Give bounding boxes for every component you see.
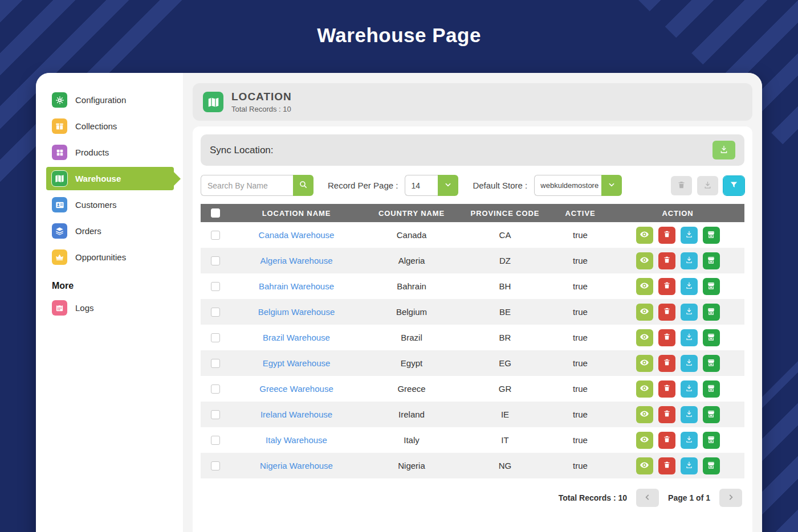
view-button[interactable] bbox=[636, 355, 653, 372]
store-button[interactable] bbox=[703, 227, 720, 244]
province-code-cell: IE bbox=[461, 410, 549, 419]
next-page-button[interactable] bbox=[719, 489, 742, 507]
sidebar-item-collections[interactable]: Collections bbox=[46, 114, 174, 138]
view-button[interactable] bbox=[636, 252, 653, 269]
sidebar-item-configuration[interactable]: Configuration bbox=[46, 88, 174, 112]
download-button[interactable] bbox=[681, 380, 698, 398]
view-button[interactable] bbox=[636, 304, 653, 321]
chevron-right-icon bbox=[727, 493, 735, 503]
delete-button[interactable] bbox=[658, 406, 675, 423]
select-all-checkbox[interactable] bbox=[211, 208, 220, 218]
delete-button[interactable] bbox=[658, 432, 675, 449]
location-name-link[interactable]: Nigeria Warehouse bbox=[260, 461, 333, 470]
view-button[interactable] bbox=[636, 278, 653, 295]
row-checkbox[interactable] bbox=[211, 410, 220, 419]
record-per-page-value[interactable]: 14 bbox=[405, 175, 438, 196]
download-icon bbox=[685, 384, 693, 394]
search-button[interactable] bbox=[293, 175, 314, 196]
filter-button[interactable] bbox=[723, 176, 744, 195]
sync-download-button[interactable] bbox=[712, 141, 735, 159]
delete-button[interactable] bbox=[658, 304, 675, 321]
default-store-select[interactable]: webkuldemostore bbox=[534, 175, 622, 196]
row-checkbox[interactable] bbox=[211, 359, 220, 368]
sidebar-item-customers[interactable]: Customers bbox=[46, 193, 174, 216]
download-button[interactable] bbox=[681, 355, 698, 372]
store-button[interactable] bbox=[703, 406, 720, 423]
download-button[interactable] bbox=[681, 406, 698, 423]
previous-page-button[interactable] bbox=[636, 489, 659, 507]
sidebar-item-orders[interactable]: Orders bbox=[46, 219, 174, 243]
delete-button[interactable] bbox=[658, 252, 675, 269]
view-button[interactable] bbox=[636, 432, 653, 449]
view-button[interactable] bbox=[636, 329, 653, 346]
delete-button[interactable] bbox=[658, 457, 675, 474]
download-button[interactable] bbox=[681, 304, 698, 321]
location-name-link[interactable]: Belgium Warehouse bbox=[258, 307, 335, 317]
row-checkbox[interactable] bbox=[211, 333, 220, 342]
row-checkbox[interactable] bbox=[211, 231, 220, 240]
store-button[interactable] bbox=[703, 278, 720, 295]
download-button[interactable] bbox=[681, 432, 698, 449]
view-button[interactable] bbox=[636, 406, 653, 423]
sidebar-item-label: Collections bbox=[75, 121, 117, 131]
store-icon bbox=[707, 230, 715, 240]
search-input[interactable] bbox=[201, 175, 293, 196]
download-button[interactable] bbox=[681, 278, 698, 295]
location-name-link[interactable]: Canada Warehouse bbox=[259, 230, 335, 240]
bulk-delete-button[interactable] bbox=[671, 176, 692, 195]
sidebar-item-warehouse[interactable]: Warehouse bbox=[46, 167, 174, 190]
sidebar-item-opportunities[interactable]: Opportunities bbox=[46, 245, 174, 269]
store-button[interactable] bbox=[703, 380, 720, 398]
download-button[interactable] bbox=[681, 457, 698, 474]
default-store-value[interactable]: webkuldemostore bbox=[534, 175, 601, 196]
location-name-link[interactable]: Greece Warehouse bbox=[259, 384, 333, 394]
toolbar-action-buttons bbox=[671, 176, 744, 195]
view-button[interactable] bbox=[636, 380, 653, 398]
store-button[interactable] bbox=[703, 355, 720, 372]
location-name-link[interactable]: Ireland Warehouse bbox=[260, 410, 332, 419]
record-per-page-label: Record Per Page : bbox=[328, 181, 398, 190]
location-name-link[interactable]: Algeria Warehouse bbox=[260, 256, 332, 265]
location-name-link[interactable]: Brazil Warehouse bbox=[263, 333, 330, 342]
delete-button[interactable] bbox=[658, 329, 675, 346]
view-button[interactable] bbox=[636, 457, 653, 474]
chevron-left-icon bbox=[644, 493, 652, 503]
record-per-page-dropdown-button[interactable] bbox=[438, 175, 458, 196]
store-button[interactable] bbox=[703, 457, 720, 474]
delete-button[interactable] bbox=[658, 355, 675, 372]
record-per-page-select[interactable]: 14 bbox=[405, 175, 458, 196]
delete-button[interactable] bbox=[658, 278, 675, 295]
table-row: Canada Warehouse Canada CA true bbox=[201, 222, 744, 248]
row-checkbox[interactable] bbox=[211, 461, 220, 470]
view-button[interactable] bbox=[636, 227, 653, 244]
bulk-download-button[interactable] bbox=[697, 176, 718, 195]
store-button[interactable] bbox=[703, 252, 720, 269]
row-checkbox[interactable] bbox=[211, 256, 220, 265]
sidebar-item-logs[interactable]: Logs bbox=[46, 296, 174, 320]
download-button[interactable] bbox=[681, 227, 698, 244]
row-checkbox[interactable] bbox=[211, 308, 220, 317]
active-value-cell: true bbox=[549, 230, 611, 240]
store-icon bbox=[707, 333, 715, 343]
locations-table: LOCATION NAME COUNTRY NAME PROVINCE CODE… bbox=[201, 204, 744, 478]
store-button[interactable] bbox=[703, 304, 720, 321]
sidebar-item-label: Logs bbox=[75, 303, 94, 313]
location-name-link[interactable]: Italy Warehouse bbox=[266, 435, 327, 445]
store-button[interactable] bbox=[703, 432, 720, 449]
row-checkbox[interactable] bbox=[211, 384, 220, 394]
download-button[interactable] bbox=[681, 252, 698, 269]
country-name-cell: Canada bbox=[363, 230, 461, 240]
store-icon bbox=[707, 307, 715, 317]
location-name-link[interactable]: Egypt Warehouse bbox=[263, 358, 331, 368]
delete-button[interactable] bbox=[658, 380, 675, 398]
row-checkbox[interactable] bbox=[211, 282, 220, 291]
trash-icon bbox=[663, 307, 671, 317]
download-button[interactable] bbox=[681, 329, 698, 346]
location-name-link[interactable]: Bahrain Warehouse bbox=[259, 281, 334, 291]
store-button[interactable] bbox=[703, 329, 720, 346]
download-icon bbox=[703, 181, 712, 191]
default-store-dropdown-button[interactable] bbox=[601, 175, 622, 196]
delete-button[interactable] bbox=[658, 227, 675, 244]
row-checkbox[interactable] bbox=[211, 436, 220, 445]
sidebar-item-products[interactable]: Products bbox=[46, 141, 174, 164]
